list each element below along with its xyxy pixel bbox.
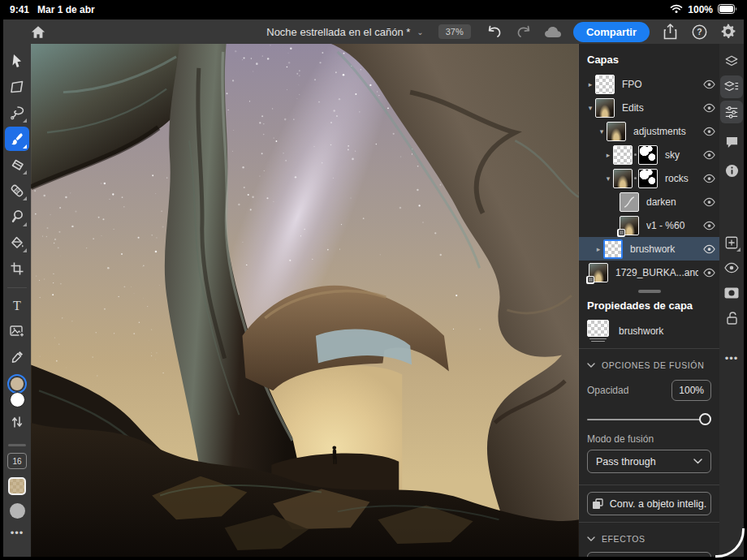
layers-panel: Capas ▸ FPO ▾ Edits ▾ adjustments ▸ sky	[579, 44, 719, 557]
layer-row-adjustments[interactable]: ▾ adjustments	[579, 119, 719, 143]
curves-icon	[623, 196, 636, 209]
blend-options-section-header[interactable]: OPCIONES DE FUSIÓN	[579, 355, 719, 375]
healing-brush-icon	[9, 183, 25, 199]
layer-visibility-toggle[interactable]	[698, 244, 719, 254]
add-layer-effect-button[interactable]: fx Añadir efecto de capa	[587, 552, 711, 557]
redo-button[interactable]	[515, 23, 533, 41]
transform-tool[interactable]	[5, 75, 29, 99]
tool-rail-more-button[interactable]: •••	[11, 527, 24, 539]
expander-icon[interactable]: ▾	[585, 104, 595, 112]
layer-thumbnail[interactable]	[607, 122, 626, 141]
expander-icon[interactable]: ▾	[597, 127, 607, 136]
layer-visibility-toggle[interactable]	[698, 103, 719, 113]
comments-button[interactable]	[720, 131, 743, 153]
layer-visibility-toggle[interactable]	[698, 80, 719, 89]
place-image-tool[interactable]	[5, 319, 29, 343]
layer-row-darken[interactable]: darken	[579, 190, 719, 213]
layer-row-sky[interactable]: ▸ sky	[579, 143, 719, 166]
layer-mask-button[interactable]	[720, 282, 743, 304]
layer-row-v1[interactable]: v1 - %60	[579, 213, 719, 237]
opacity-value-field[interactable]: 100%	[671, 380, 711, 401]
brush-tool[interactable]	[5, 127, 29, 151]
layer-thumbnail[interactable]	[603, 239, 623, 259]
rail-drag-handle[interactable]	[8, 444, 26, 446]
layer-visibility-toggle[interactable]	[698, 268, 719, 278]
healing-brush-tool[interactable]	[5, 179, 29, 203]
layer-thumbnail[interactable]	[595, 75, 615, 94]
smart-object-thumbnail[interactable]	[620, 216, 639, 235]
layer-properties-button[interactable]	[720, 101, 743, 123]
layer-mask-thumbnail[interactable]	[638, 169, 658, 188]
swap-colors-button[interactable]	[5, 410, 29, 434]
place-image-icon	[9, 323, 26, 339]
canvas-image[interactable]	[31, 44, 579, 557]
canyon-photo	[31, 44, 579, 557]
type-icon: T	[10, 298, 24, 312]
brush-secondary-swatch[interactable]	[10, 503, 25, 519]
slider-knob[interactable]	[699, 413, 711, 425]
expander-icon[interactable]: ▾	[603, 174, 613, 183]
expander-icon[interactable]: ▸	[594, 245, 603, 253]
info-button[interactable]	[720, 159, 743, 182]
undo-button[interactable]	[486, 23, 503, 41]
layer-row-rocks[interactable]: ▾ rocks	[579, 166, 719, 190]
expander-icon[interactable]: ▸	[603, 151, 613, 159]
layer-visibility-toggle[interactable]	[698, 150, 719, 160]
convert-smart-object-button[interactable]: Conv. a objeto intelig.	[587, 492, 711, 515]
chevron-down-icon	[587, 363, 595, 368]
layer-mask-thumbnail[interactable]	[638, 145, 658, 165]
layers-compact-button[interactable]	[720, 50, 743, 73]
layer-visibility-toggle[interactable]	[698, 127, 719, 136]
eraser-tool[interactable]	[5, 153, 29, 177]
share-button[interactable]: Compartir	[573, 22, 650, 42]
zoom-level-badge[interactable]: 37%	[438, 24, 471, 39]
lasso-select-tool[interactable]	[5, 101, 29, 125]
eye-icon	[703, 174, 715, 183]
foreground-color[interactable]	[7, 374, 27, 394]
layer-row-fpo[interactable]: ▸ FPO	[579, 72, 719, 96]
layer-thumbnail[interactable]	[613, 145, 633, 165]
layers-detail-button[interactable]	[720, 75, 743, 98]
cloud-icon	[544, 26, 562, 38]
move-tool[interactable]	[5, 49, 29, 73]
panel-drag-handle[interactable]	[638, 290, 661, 293]
brush-tip-swatch[interactable]	[8, 477, 26, 495]
crop-icon	[9, 261, 25, 277]
layer-thumbnail[interactable]	[595, 98, 615, 118]
cloud-sync-button[interactable]	[544, 23, 562, 41]
crop-tool[interactable]	[5, 256, 29, 281]
brush-size-indicator[interactable]: 16	[7, 453, 27, 469]
paint-bucket-tool[interactable]	[5, 230, 29, 255]
divider	[579, 522, 719, 523]
clone-stamp-tool[interactable]	[5, 205, 29, 229]
settings-button[interactable]	[719, 23, 737, 41]
adjustment-layer-thumbnail[interactable]	[620, 192, 639, 212]
help-button[interactable]: ?	[690, 23, 708, 41]
layer-visibility-toggle[interactable]	[698, 197, 719, 207]
add-layer-button[interactable]	[720, 231, 743, 254]
eyedropper-tool[interactable]	[5, 345, 29, 369]
smart-object-thumbnail[interactable]	[589, 263, 608, 282]
layer-row-1729[interactable]: 1729_BURKA...anced-NR33	[579, 261, 719, 284]
layer-row-edits[interactable]: ▾ Edits	[579, 96, 719, 119]
info-icon	[725, 164, 739, 178]
title-chevron-icon[interactable]: ⌄	[417, 28, 423, 37]
home-button[interactable]	[29, 23, 47, 41]
document-title[interactable]: Noche estrellada en el cañón *	[266, 26, 410, 38]
right-rail-more-button[interactable]: •••	[720, 347, 743, 369]
share-sheet-button[interactable]	[661, 23, 679, 41]
layer-row-brushwork-selected[interactable]: ▸ brushwork	[579, 237, 719, 261]
background-color[interactable]	[10, 392, 25, 407]
lock-button[interactable]	[720, 307, 743, 330]
effects-section-header[interactable]: EFECTOS	[579, 529, 719, 549]
visibility-button[interactable]	[720, 256, 743, 279]
wifi-icon	[670, 4, 683, 16]
blend-mode-dropdown[interactable]: Pass through	[587, 450, 711, 473]
layer-visibility-toggle[interactable]	[698, 174, 719, 183]
layer-thumbnail[interactable]	[613, 169, 633, 188]
slider-track[interactable]	[587, 419, 710, 420]
type-tool[interactable]: T	[5, 293, 29, 317]
layer-visibility-toggle[interactable]	[698, 221, 719, 230]
expander-icon[interactable]: ▸	[585, 80, 595, 88]
opacity-slider[interactable]	[587, 412, 710, 427]
